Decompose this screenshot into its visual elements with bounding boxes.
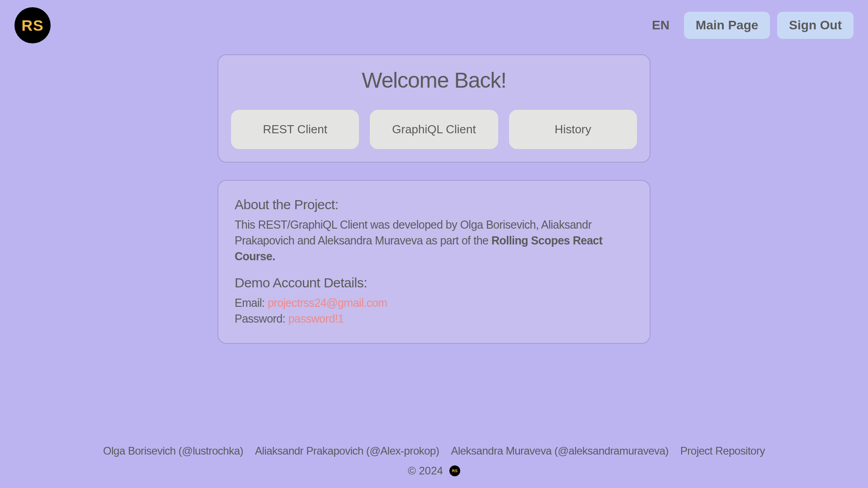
about-heading: About the Project: [235, 197, 633, 212]
footer-bottom: © 2024 RS [14, 465, 854, 477]
welcome-title: Welcome Back! [231, 68, 637, 93]
footer-logo-icon[interactable]: RS [449, 465, 460, 476]
main-content: Welcome Back! REST Client GraphiQL Clien… [0, 51, 868, 436]
about-text: This REST/GraphiQL Client was developed … [235, 217, 633, 264]
footer-links: Olga Borisevich (@lustrochka) Aliaksandr… [14, 445, 854, 457]
sign-out-button[interactable]: Sign Out [777, 12, 854, 39]
password-label: Password: [235, 312, 288, 325]
footer-link-olga[interactable]: Olga Borisevich (@lustrochka) [103, 445, 243, 457]
header: RS EN Main Page Sign Out [0, 0, 868, 51]
language-toggle[interactable]: EN [645, 14, 677, 36]
footer-link-repo[interactable]: Project Repository [680, 445, 765, 457]
main-page-button[interactable]: Main Page [684, 12, 770, 39]
logo-text: RS [21, 17, 43, 34]
graphiql-client-button[interactable]: GraphiQL Client [370, 110, 498, 149]
email-label: Email: [235, 296, 268, 309]
demo-email-line: Email: projectrss24@gmail.com [235, 295, 633, 311]
action-buttons: REST Client GraphiQL Client History [231, 110, 637, 149]
welcome-card: Welcome Back! REST Client GraphiQL Clien… [217, 54, 651, 163]
header-right: EN Main Page Sign Out [645, 12, 854, 39]
footer-logo-text: RS [452, 469, 458, 473]
rest-client-button[interactable]: REST Client [231, 110, 359, 149]
demo-heading: Demo Account Details: [235, 275, 633, 291]
footer-link-aliaksandr[interactable]: Aliaksandr Prakapovich (@Alex-prokop) [255, 445, 439, 457]
logo[interactable]: RS [14, 7, 51, 43]
password-value: password!1 [288, 312, 344, 325]
footer: Olga Borisevich (@lustrochka) Aliaksandr… [0, 436, 868, 488]
copyright: © 2024 [408, 465, 443, 477]
history-button[interactable]: History [509, 110, 637, 149]
about-card: About the Project: This REST/GraphiQL Cl… [217, 180, 651, 344]
demo-password-line: Password: password!1 [235, 311, 633, 327]
footer-link-aleksandra[interactable]: Aleksandra Muraveva (@aleksandramuraveva… [451, 445, 668, 457]
email-value: projectrss24@gmail.com [268, 296, 387, 309]
